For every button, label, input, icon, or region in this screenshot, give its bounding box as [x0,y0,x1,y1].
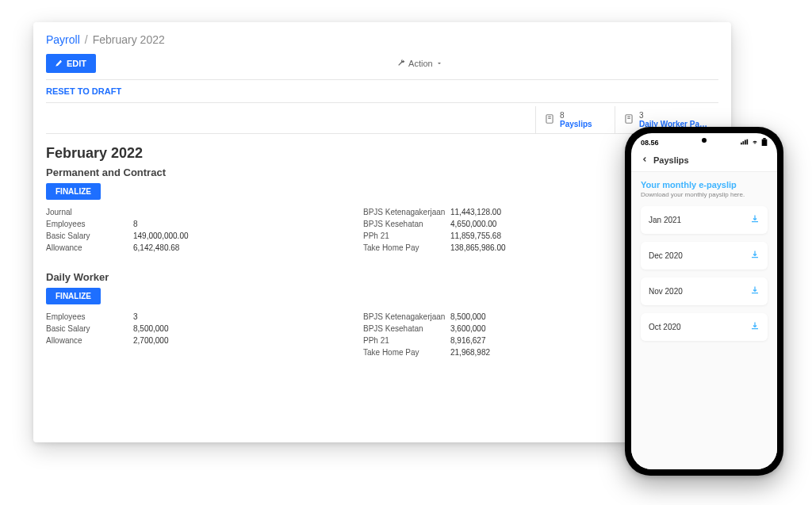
payslip-month: Nov 2020 [649,287,683,296]
allowance-label: Allowance [46,243,133,252]
download-icon[interactable] [750,285,760,297]
finalize-permanent-button[interactable]: FINALIZE [46,183,101,200]
wifi-icon [751,139,759,147]
phone-header: Payslips [631,149,777,172]
section-daily-title: Daily Worker [46,271,718,283]
battery-icon [761,138,768,147]
employees-value: 3 [133,312,347,321]
back-icon[interactable] [641,155,649,165]
tabs-row: 8 Payslips 3 Daily Worker Paysli... [46,106,718,134]
tab-payslips-label: Payslips [560,120,592,128]
period-title: February 2022 [46,145,718,162]
allowance-label: Allowance [46,336,133,345]
pencil-icon [56,59,63,68]
toolbar: EDIT Action [46,54,718,73]
tab-payslips-count: 8 [560,111,592,120]
chevron-down-icon [436,59,442,68]
pph21-label: PPh 21 [363,231,450,240]
tab-daily-count: 3 [639,111,710,120]
payslip-item[interactable]: Dec 2020 [641,242,768,270]
action-menu[interactable]: Action [397,59,442,68]
employees-value: 8 [133,220,347,228]
phone-time: 08.56 [641,139,659,147]
finalize-daily-button[interactable]: FINALIZE [46,288,101,304]
basic-salary-value: 8,500,000 [133,324,347,333]
payslip-item[interactable]: Jan 2021 [641,206,768,234]
download-icon[interactable] [750,321,760,333]
basic-salary-label: Basic Salary [46,231,133,240]
payslip-item[interactable]: Nov 2020 [641,277,768,305]
employees-label: Employees [46,312,133,321]
notebook-icon [544,113,555,127]
edit-label: EDIT [67,59,86,68]
take-home-pay-label: Take Home Pay [363,243,450,252]
phone-screen: 08.56 Payslips Your monthly e-payslip [631,133,777,469]
epayslip-title: Your monthly e-payslip [641,180,768,189]
breadcrumb: Payroll / February 2022 [46,33,718,46]
take-home-pay-label: Take Home Pay [363,348,450,357]
allowance-value: 6,142,480.68 [133,243,347,252]
basic-salary-label: Basic Salary [46,324,133,333]
phone-body: Your monthly e-payslip Download your mon… [631,172,777,469]
phone-status-bar: 08.56 [631,133,777,149]
section-permanent-title: Permanent and Contract [46,166,718,178]
basic-salary-value: 149,000,000.00 [133,231,347,240]
journal-label: Journal [46,208,133,216]
svg-rect-5 [747,140,749,145]
section-daily: Daily Worker FINALIZE Employees3 Basic S… [46,271,718,358]
download-icon[interactable] [750,250,760,262]
bpjs-kesehatan-label: BPJS Kesehatan [363,324,450,333]
svg-rect-3 [743,141,745,144]
breadcrumb-current: February 2022 [93,33,165,46]
reset-bar: RESET TO DRAFT [46,79,718,103]
notebook-icon [623,113,634,127]
signal-icon [741,139,749,147]
bpjs-ketenagakerjaan-label: BPJS Ketenagakerjaan [363,208,450,216]
svg-rect-7 [762,140,768,146]
payslip-month: Oct 2020 [649,323,681,331]
employees-label: Employees [46,220,133,228]
svg-rect-4 [745,140,746,145]
bpjs-ketenagakerjaan-label: BPJS Ketenagakerjaan [363,312,450,321]
svg-rect-2 [741,143,742,145]
payslip-month: Dec 2020 [649,251,683,260]
download-icon[interactable] [750,214,760,226]
allowance-value: 2,700,000 [133,336,347,345]
edit-button[interactable]: EDIT [46,54,96,73]
payslip-item[interactable]: Oct 2020 [641,313,768,341]
bpjs-kesehatan-label: BPJS Kesehatan [363,220,450,228]
phone-header-title: Payslips [653,155,689,165]
reset-to-draft-button[interactable]: RESET TO DRAFT [46,86,121,96]
section-permanent: Permanent and Contract FINALIZE Journal … [46,166,718,254]
breadcrumb-separator: / [85,33,88,46]
wrench-icon [397,59,405,68]
phone-mockup: 08.56 Payslips Your monthly e-payslip [625,127,783,476]
action-label: Action [408,59,433,68]
breadcrumb-parent[interactable]: Payroll [46,33,80,46]
tab-payslips[interactable]: 8 Payslips [535,106,615,133]
phone-camera-icon [702,138,707,143]
svg-rect-6 [763,138,765,140]
epayslip-subtitle: Download your monthly payslip here. [641,191,768,198]
payslip-month: Jan 2021 [649,216,681,224]
pph21-label: PPh 21 [363,336,450,345]
